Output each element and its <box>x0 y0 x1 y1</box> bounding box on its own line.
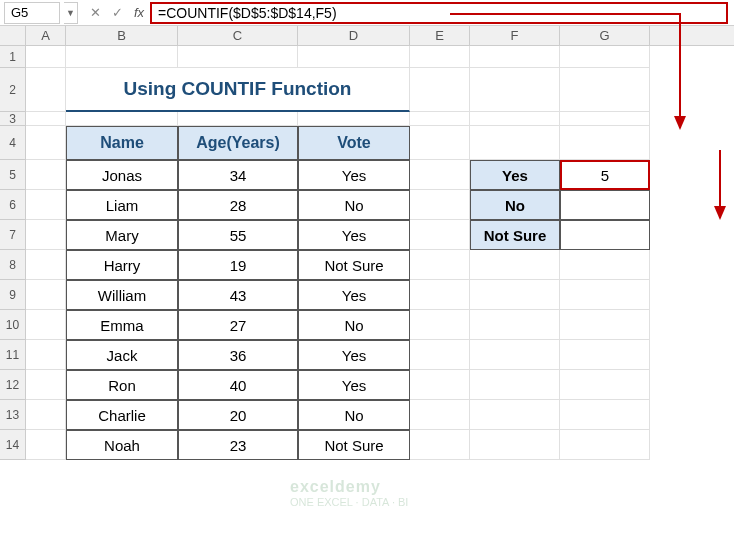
cell-D3[interactable] <box>298 112 410 126</box>
col-header-B[interactable]: B <box>66 26 178 45</box>
summary-value-no[interactable] <box>560 190 650 220</box>
cell-A11[interactable] <box>26 340 66 370</box>
cell-B6[interactable]: Liam <box>66 190 178 220</box>
row-header-3[interactable]: 3 <box>0 112 26 126</box>
cell-E8[interactable] <box>410 250 470 280</box>
col-header-D[interactable]: D <box>298 26 410 45</box>
cell-C7[interactable]: 55 <box>178 220 298 250</box>
cell-G8[interactable] <box>560 250 650 280</box>
select-all-button[interactable] <box>0 26 26 45</box>
cell-D7[interactable]: Yes <box>298 220 410 250</box>
cell-F13[interactable] <box>470 400 560 430</box>
title-cell[interactable]: Using COUNTIF Function <box>66 68 410 112</box>
cell-E1[interactable] <box>410 46 470 68</box>
cell-B7[interactable]: Mary <box>66 220 178 250</box>
cell-E10[interactable] <box>410 310 470 340</box>
row-header-10[interactable]: 10 <box>0 310 26 340</box>
cell-G11[interactable] <box>560 340 650 370</box>
cell-B3[interactable] <box>66 112 178 126</box>
cell-G1[interactable] <box>560 46 650 68</box>
row-header-14[interactable]: 14 <box>0 430 26 460</box>
cell-F12[interactable] <box>470 370 560 400</box>
cell-E4[interactable] <box>410 126 470 160</box>
cell-D8[interactable]: Not Sure <box>298 250 410 280</box>
cell-A3[interactable] <box>26 112 66 126</box>
col-header-F[interactable]: F <box>470 26 560 45</box>
cell-D14[interactable]: Not Sure <box>298 430 410 460</box>
cell-B11[interactable]: Jack <box>66 340 178 370</box>
cell-D5[interactable]: Yes <box>298 160 410 190</box>
cell-B9[interactable]: William <box>66 280 178 310</box>
th-age[interactable]: Age(Years) <box>178 126 298 160</box>
cell-E14[interactable] <box>410 430 470 460</box>
formula-input[interactable]: =COUNTIF($D$5:$D$14,F5) <box>150 2 728 24</box>
cell-E3[interactable] <box>410 112 470 126</box>
cell-C1[interactable] <box>178 46 298 68</box>
cell-D10[interactable]: No <box>298 310 410 340</box>
cell-C3[interactable] <box>178 112 298 126</box>
row-header-6[interactable]: 6 <box>0 190 26 220</box>
cell-C13[interactable]: 20 <box>178 400 298 430</box>
cell-C6[interactable]: 28 <box>178 190 298 220</box>
cell-G13[interactable] <box>560 400 650 430</box>
cell-E13[interactable] <box>410 400 470 430</box>
summary-value-yes[interactable]: 5 <box>560 160 650 190</box>
cell-F2[interactable] <box>470 68 560 112</box>
row-header-9[interactable]: 9 <box>0 280 26 310</box>
cell-F4[interactable] <box>470 126 560 160</box>
row-header-13[interactable]: 13 <box>0 400 26 430</box>
fx-icon[interactable]: fx <box>128 2 150 24</box>
cell-D6[interactable]: No <box>298 190 410 220</box>
row-header-2[interactable]: 2 <box>0 68 26 112</box>
cell-A2[interactable] <box>26 68 66 112</box>
cell-D13[interactable]: No <box>298 400 410 430</box>
cell-F14[interactable] <box>470 430 560 460</box>
row-header-5[interactable]: 5 <box>0 160 26 190</box>
cell-C14[interactable]: 23 <box>178 430 298 460</box>
th-name[interactable]: Name <box>66 126 178 160</box>
cell-A6[interactable] <box>26 190 66 220</box>
cell-F10[interactable] <box>470 310 560 340</box>
col-header-E[interactable]: E <box>410 26 470 45</box>
name-box-dropdown-icon[interactable]: ▼ <box>64 2 78 24</box>
cell-A8[interactable] <box>26 250 66 280</box>
cell-C10[interactable]: 27 <box>178 310 298 340</box>
cell-E9[interactable] <box>410 280 470 310</box>
cell-B12[interactable]: Ron <box>66 370 178 400</box>
cell-G4[interactable] <box>560 126 650 160</box>
row-header-4[interactable]: 4 <box>0 126 26 160</box>
cell-C8[interactable]: 19 <box>178 250 298 280</box>
cell-B14[interactable]: Noah <box>66 430 178 460</box>
row-header-7[interactable]: 7 <box>0 220 26 250</box>
summary-label-yes[interactable]: Yes <box>470 160 560 190</box>
cell-B5[interactable]: Jonas <box>66 160 178 190</box>
cell-G14[interactable] <box>560 430 650 460</box>
th-vote[interactable]: Vote <box>298 126 410 160</box>
cell-F1[interactable] <box>470 46 560 68</box>
cell-F9[interactable] <box>470 280 560 310</box>
cell-G12[interactable] <box>560 370 650 400</box>
cell-A9[interactable] <box>26 280 66 310</box>
cell-C12[interactable]: 40 <box>178 370 298 400</box>
cell-B1[interactable] <box>66 46 178 68</box>
cell-E2[interactable] <box>410 68 470 112</box>
cell-D1[interactable] <box>298 46 410 68</box>
cell-G2[interactable] <box>560 68 650 112</box>
cell-B8[interactable]: Harry <box>66 250 178 280</box>
cell-G10[interactable] <box>560 310 650 340</box>
cell-C11[interactable]: 36 <box>178 340 298 370</box>
col-header-C[interactable]: C <box>178 26 298 45</box>
cell-C5[interactable]: 34 <box>178 160 298 190</box>
enter-icon[interactable]: ✓ <box>106 2 128 24</box>
cell-A1[interactable] <box>26 46 66 68</box>
summary-label-no[interactable]: No <box>470 190 560 220</box>
cell-F11[interactable] <box>470 340 560 370</box>
cell-A4[interactable] <box>26 126 66 160</box>
cell-A14[interactable] <box>26 430 66 460</box>
cell-D12[interactable]: Yes <box>298 370 410 400</box>
row-header-1[interactable]: 1 <box>0 46 26 68</box>
cell-A13[interactable] <box>26 400 66 430</box>
cell-D9[interactable]: Yes <box>298 280 410 310</box>
col-header-A[interactable]: A <box>26 26 66 45</box>
cell-E5[interactable] <box>410 160 470 190</box>
